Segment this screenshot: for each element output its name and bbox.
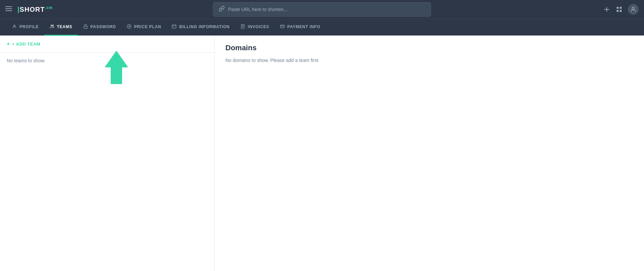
svg-rect-23 xyxy=(280,25,284,27)
svg-rect-5 xyxy=(617,7,619,9)
logo-text: |SHORT.cm xyxy=(17,5,53,13)
tab-password[interactable]: PASSWORD xyxy=(78,19,121,36)
arrow-up-svg xyxy=(101,49,131,86)
add-team-label: + ADD TEAM xyxy=(12,42,40,47)
svg-point-10 xyxy=(14,25,15,26)
tab-billing-label: BILLING INFORMATION xyxy=(179,24,229,29)
nav-right xyxy=(603,4,639,15)
tab-teams[interactable]: TEAMS xyxy=(44,19,78,36)
tab-teams-label: TEAMS xyxy=(57,24,72,29)
top-nav: |SHORT.cm xyxy=(0,0,644,19)
svg-rect-6 xyxy=(620,7,622,9)
search-bar-container xyxy=(213,2,431,17)
billing-icon xyxy=(172,24,176,30)
plus-icon: + xyxy=(7,41,10,47)
tab-invoices-label: INVOICES xyxy=(248,24,269,29)
plus-button[interactable] xyxy=(603,6,610,13)
svg-rect-1 xyxy=(5,8,12,9)
no-domains-text: No domains to show. Please add a team fi… xyxy=(225,58,633,63)
left-panel: + + ADD TEAM No teams to show. xyxy=(0,36,215,271)
tab-profile[interactable]: PROFILE xyxy=(7,19,44,36)
tab-payment-info-label: PAYMENT INFO xyxy=(287,24,320,29)
tab-payment-info[interactable]: PAYMENT INFO xyxy=(275,19,326,36)
nav-left: |SHORT.cm xyxy=(5,5,53,14)
payment-info-icon xyxy=(280,24,285,30)
tab-password-label: PASSWORD xyxy=(91,24,116,29)
profile-icon xyxy=(12,24,17,30)
invoices-icon xyxy=(240,24,245,30)
svg-rect-16 xyxy=(172,24,176,28)
hamburger-icon xyxy=(5,5,12,14)
logo[interactable]: |SHORT.cm xyxy=(17,5,53,13)
logo-suffix: .cm xyxy=(45,5,53,10)
svg-point-12 xyxy=(52,25,54,26)
right-panel: Domains No domains to show. Please add a… xyxy=(215,36,644,271)
svg-point-11 xyxy=(51,25,52,26)
search-input[interactable] xyxy=(228,7,425,12)
user-avatar[interactable] xyxy=(628,4,639,15)
apps-button[interactable] xyxy=(616,6,623,13)
svg-rect-8 xyxy=(620,10,622,12)
teams-icon xyxy=(50,24,54,30)
svg-rect-13 xyxy=(84,26,87,28)
arrow-indicator xyxy=(101,49,131,87)
link-icon xyxy=(219,6,225,13)
password-icon xyxy=(83,24,88,30)
tab-billing[interactable]: BILLING INFORMATION xyxy=(166,19,235,36)
svg-point-9 xyxy=(632,7,635,9)
tab-profile-label: PROFILE xyxy=(19,24,39,29)
hamburger-button[interactable] xyxy=(5,5,12,14)
domains-title: Domains xyxy=(225,44,633,52)
price-plan-icon xyxy=(127,24,131,30)
svg-rect-2 xyxy=(5,10,12,11)
svg-rect-7 xyxy=(617,10,619,12)
main-content: + + ADD TEAM No teams to show. Domains N… xyxy=(0,36,644,271)
tab-price-plan-label: PRICE PLAN xyxy=(134,24,161,29)
secondary-nav: PROFILE TEAMS PASSWORD xyxy=(0,19,644,36)
svg-rect-0 xyxy=(5,6,12,7)
tab-price-plan[interactable]: PRICE PLAN xyxy=(121,19,167,36)
tab-invoices[interactable]: INVOICES xyxy=(235,19,275,36)
search-bar[interactable] xyxy=(213,2,431,17)
svg-marker-25 xyxy=(105,51,128,84)
